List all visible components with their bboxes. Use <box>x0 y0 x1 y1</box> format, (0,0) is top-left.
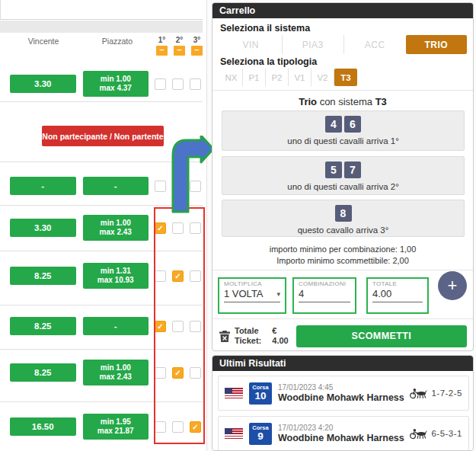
checkbox-1st[interactable]: ✓ <box>155 321 166 332</box>
selection-box-1st: 4 6 uno di questi cavalli arriva 1° <box>222 110 465 151</box>
checkbox-1st[interactable] <box>155 78 166 90</box>
combinazioni-label: COMBINAZIONI <box>299 280 350 287</box>
horse-number: 7 <box>344 162 361 178</box>
deselect-all-2nd-button[interactable]: – <box>174 46 185 56</box>
piazzato-odds-button[interactable]: min 1.00 max 4.37 <box>83 71 149 97</box>
checkbox-2nd[interactable] <box>172 321 184 332</box>
vincente-odds-button[interactable]: 3.30 <box>10 219 76 237</box>
tab-t3[interactable]: T3 <box>334 69 357 86</box>
combinazioni-value: 4 <box>299 288 304 299</box>
chevron-down-icon: ▾ <box>276 290 280 298</box>
tab-acc[interactable]: ACC <box>344 35 406 54</box>
vincente-odds-button[interactable]: - <box>10 177 76 195</box>
divider <box>212 270 473 270</box>
ticket-total-label: Totale Ticket: <box>235 326 261 346</box>
piazzato-value: - <box>114 181 117 190</box>
tab-p1[interactable]: P1 <box>243 69 266 86</box>
tab-nx[interactable]: NX <box>220 69 243 86</box>
min-bet-line: Importo minimo scommettibile: 2,00 <box>212 255 473 267</box>
piazzato-max: max 2.43 <box>100 373 132 382</box>
result-row[interactable]: Corsa 10 17/01/2023 4:45 Woodbine Mohawk… <box>218 376 469 411</box>
deselect-all-1st-button[interactable]: – <box>156 46 168 56</box>
checkbox-2nd[interactable] <box>172 222 184 234</box>
position-checkboxes: ✓ <box>155 367 207 379</box>
totale-label: TOTALE <box>372 280 423 287</box>
race-info: 17/01/2023 4:20 Woodbine Mohawk Harness <box>278 423 404 444</box>
totale-field[interactable]: TOTALE 4.00 <box>366 277 429 314</box>
amount-value: 4.00 <box>272 336 288 346</box>
divider <box>212 318 473 319</box>
checkbox-1st[interactable] <box>155 181 166 192</box>
position-checkboxes: ✓ <box>155 421 207 433</box>
vincente-odds-button[interactable]: 8.25 <box>10 267 76 285</box>
row-divider <box>0 101 203 102</box>
odds-panel: Vincente Piazzato 1° 2° 3° – – – 3.30 mi… <box>0 0 207 451</box>
results-panel: Ultimi Risultati Corsa 10 17/01/2023 4:4… <box>212 355 474 451</box>
moltiplica-select[interactable]: MOLTIPLICA 1 VOLTA ▾ <box>218 277 286 314</box>
bet-fields: MOLTIPLICA 1 VOLTA ▾ COMBINAZIONI 4 TOTA… <box>212 276 473 315</box>
piazzato-min: min 1.00 <box>101 363 131 373</box>
piazzato-odds-button[interactable]: - <box>83 177 149 195</box>
checkbox-1st[interactable] <box>155 367 166 379</box>
odds-row: 16.50 min 1.95 max 21.87 ✓ <box>0 413 207 440</box>
checkbox-3rd[interactable] <box>190 222 201 234</box>
corsa-number: 9 <box>249 431 272 442</box>
race-datetime: 17/01/2023 4:45 <box>278 382 404 392</box>
tab-vin[interactable]: VIN <box>220 35 283 54</box>
us-flag-icon <box>225 388 243 399</box>
trash-icon[interactable] <box>219 330 231 343</box>
piazzato-odds-button[interactable]: min 1.00 max 2.43 <box>83 360 149 385</box>
race-name: Woodbine Mohawk Harness <box>278 433 404 444</box>
checkbox-2nd[interactable] <box>172 421 184 433</box>
checkbox-2nd[interactable] <box>172 181 184 192</box>
deselect-all-3rd-button[interactable]: – <box>191 46 203 56</box>
vincente-odds-button[interactable]: 8.25 <box>10 363 76 382</box>
row-divider <box>0 162 203 162</box>
odds-row: 8.25 - ✓ <box>0 312 207 340</box>
tab-pia3[interactable]: PIA3 <box>283 35 345 54</box>
tab-v1[interactable]: V1 <box>289 69 311 86</box>
piazzato-max: max 21.87 <box>97 427 134 436</box>
vincente-odds-button[interactable]: 3.30 <box>10 75 76 93</box>
checkbox-3rd[interactable] <box>190 321 201 332</box>
scommetti-button[interactable]: SCOMMETTI <box>296 325 467 347</box>
vincente-odds-button[interactable]: 16.50 <box>10 417 76 436</box>
tab-v2[interactable]: V2 <box>311 69 334 86</box>
checkbox-1st[interactable] <box>155 421 166 433</box>
checkbox-3rd[interactable] <box>190 270 201 282</box>
piazzato-odds-button[interactable]: min 1.00 max 2.43 <box>83 215 149 241</box>
checkbox-2nd[interactable]: ✓ <box>172 367 184 379</box>
checkbox-1st[interactable]: ✓ <box>155 222 166 234</box>
piazzato-odds-button[interactable]: min 1.31 max 10.93 <box>83 263 149 289</box>
column-header-2nd: 2° <box>174 36 185 44</box>
odds-row: - - <box>0 172 207 200</box>
race-result: 1-7-2-5 <box>409 387 462 399</box>
result-row[interactable]: Corsa 9 17/01/2023 4:20 Woodbine Mohawk … <box>218 416 469 451</box>
tab-trio[interactable]: TRIO <box>406 35 468 54</box>
checkbox-3rd[interactable] <box>190 181 201 192</box>
checkbox-2nd[interactable]: ✓ <box>172 270 184 282</box>
checkbox-3rd[interactable] <box>190 78 201 90</box>
result-order: 6-5-3-1 <box>431 429 462 438</box>
odds-row: 3.30 min 1.00 max 2.43 ✓ <box>0 214 207 241</box>
checkbox-3rd[interactable]: ✓ <box>190 421 201 433</box>
add-bet-button[interactable]: + <box>438 271 467 300</box>
race-info: 17/01/2023 4:45 Woodbine Mohawk Harness <box>278 382 404 404</box>
vincente-odds-button[interactable]: 8.25 <box>10 317 76 335</box>
tipologia-label: Seleziona la tipologia <box>220 56 317 67</box>
minimum-amount-info: importo minimo per combinazione: 1,00 Im… <box>212 244 473 267</box>
checkbox-3rd[interactable] <box>190 367 201 379</box>
moltiplica-label: MOLTIPLICA <box>224 280 280 287</box>
odds-row: 8.25 min 1.00 max 2.43 ✓ <box>0 359 207 386</box>
tab-p2[interactable]: P2 <box>266 69 289 86</box>
checkbox-2nd[interactable] <box>172 78 184 90</box>
checkbox-1st[interactable] <box>155 270 166 282</box>
row-divider <box>0 205 203 206</box>
piazzato-odds-button[interactable]: - <box>83 317 149 335</box>
non-partente-banner: Non partecipante / Non partente <box>42 126 164 146</box>
piazzato-min: min 1.00 <box>101 75 131 84</box>
piazzato-odds-button[interactable]: min 1.95 max 21.87 <box>83 414 149 440</box>
combinazioni-field[interactable]: COMBINAZIONI 4 <box>292 277 356 314</box>
race-datetime: 17/01/2023 4:20 <box>278 423 404 433</box>
row-divider <box>0 349 203 350</box>
